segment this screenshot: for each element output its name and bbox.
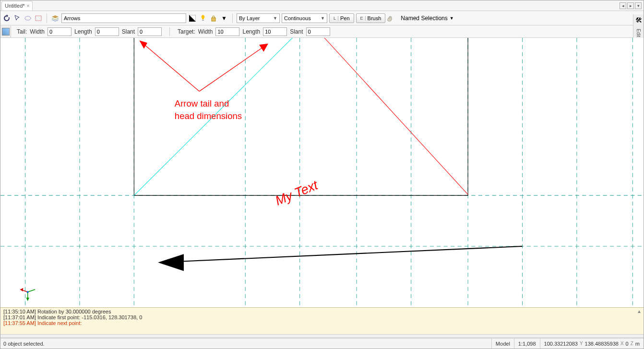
left-sidebar: [0, 26, 11, 37]
drawing-canvas[interactable]: Arrow tail and head dimensions My Text: [0, 38, 644, 307]
tail-width-label: Width: [30, 28, 45, 35]
svg-line-26: [179, 246, 522, 262]
pen-button[interactable]: LPen: [329, 13, 354, 23]
target-length-input[interactable]: [263, 27, 287, 36]
target-slant-label: Slant: [290, 28, 303, 35]
scroll-up-icon[interactable]: ▲: [637, 309, 642, 314]
svg-marker-25: [260, 44, 267, 51]
lock-icon[interactable]: [209, 14, 218, 23]
tab-strip: Untitled* × ◂ ▸ ▾: [0, 0, 644, 11]
status-bar: 0 object selected. Model 1:1,098 100.332…: [0, 338, 644, 349]
svg-line-30: [28, 289, 35, 292]
document-tab[interactable]: Untitled* ×: [1, 1, 33, 11]
scale-indicator[interactable]: 1:1,098: [514, 338, 540, 349]
target-label: Target:: [178, 28, 195, 35]
selection-rect-icon[interactable]: [34, 14, 43, 23]
svg-marker-27: [159, 254, 184, 271]
target-slant-input[interactable]: [306, 27, 330, 36]
tools-icon[interactable]: 🛠: [635, 16, 642, 24]
layer-dropdown-icon[interactable]: ▼: [220, 14, 228, 23]
space-indicator[interactable]: Model: [491, 338, 514, 349]
tail-label: Tail:: [17, 28, 27, 35]
arrow-dimension-bar: Tail: Width Length Slant Target: Width L…: [0, 25, 644, 38]
layer-color-swatch-icon[interactable]: [188, 14, 197, 23]
target-length-label: Length: [242, 28, 260, 35]
svg-marker-23: [140, 41, 147, 48]
svg-rect-3: [212, 18, 215, 21]
svg-point-0: [25, 16, 31, 20]
close-icon[interactable]: ×: [27, 3, 30, 9]
tab-prev-button[interactable]: ◂: [620, 2, 626, 9]
layer-name-value: Arrows: [64, 15, 80, 21]
svg-point-33: [27, 291, 29, 293]
svg-line-21: [324, 38, 468, 194]
log-line: [11:35:10 AM] Rotation by 30.000000 degr…: [3, 309, 641, 314]
log-line: [11:37:01 AM] Indicate first point: -115…: [3, 314, 641, 320]
refresh-icon[interactable]: [2, 14, 11, 23]
linetype-value: Continuous: [284, 15, 311, 21]
color-mode-combo[interactable]: By Layer▼: [237, 13, 280, 23]
tail-length-label: Length: [74, 28, 92, 35]
color-mode-value: By Layer: [239, 15, 260, 21]
tab-title: Untitled*: [5, 3, 25, 9]
svg-marker-32: [26, 298, 29, 301]
named-selections-menu[interactable]: Named Selections▼: [398, 15, 456, 22]
svg-line-24: [199, 44, 267, 91]
edit-panel-label[interactable]: Edit: [636, 29, 641, 37]
selection-oval-icon[interactable]: [24, 14, 32, 23]
coord-readout: 100.33212083Y 138.48835938X 0Z m: [540, 338, 644, 349]
main-toolbar: Arrows ▼ By Layer▼ Continuous▼ LPen EBru…: [0, 11, 644, 25]
target-width-input[interactable]: [215, 27, 239, 36]
tab-next-button[interactable]: ▸: [627, 2, 634, 9]
tail-width-input[interactable]: [48, 27, 72, 36]
linetype-combo[interactable]: Continuous▼: [282, 13, 327, 23]
svg-rect-1: [36, 16, 41, 21]
lightbulb-icon[interactable]: [199, 14, 207, 23]
brush-button[interactable]: EBrush: [356, 13, 386, 23]
gis-panel-icon[interactable]: [2, 28, 10, 36]
log-resize-handle[interactable]: [0, 334, 644, 338]
svg-line-22: [140, 41, 200, 91]
target-width-label: Width: [198, 28, 213, 35]
layers-icon[interactable]: [51, 14, 60, 23]
tail-slant-input[interactable]: [138, 27, 162, 36]
command-log: [11:35:10 AM] Rotation by 30.000000 degr…: [0, 307, 644, 334]
cursor-icon[interactable]: [13, 14, 22, 23]
selection-status: 0 object selected.: [0, 341, 491, 347]
tail-slant-label: Slant: [122, 28, 135, 35]
log-line-prompt: [11:37:55 AM] Indicate next point:: [3, 320, 641, 326]
svg-rect-2: [202, 20, 204, 21]
tail-length-input[interactable]: [95, 27, 119, 36]
svg-marker-29: [20, 288, 23, 291]
tab-menu-button[interactable]: ▾: [635, 2, 642, 9]
annotation-line1: Arrow tail and: [175, 98, 229, 108]
hand-point-icon[interactable]: [387, 14, 396, 23]
annotation-line2: head dimensions: [175, 111, 242, 121]
layer-name-combo[interactable]: Arrows: [61, 13, 186, 23]
mytext-label: My Text: [273, 177, 321, 208]
